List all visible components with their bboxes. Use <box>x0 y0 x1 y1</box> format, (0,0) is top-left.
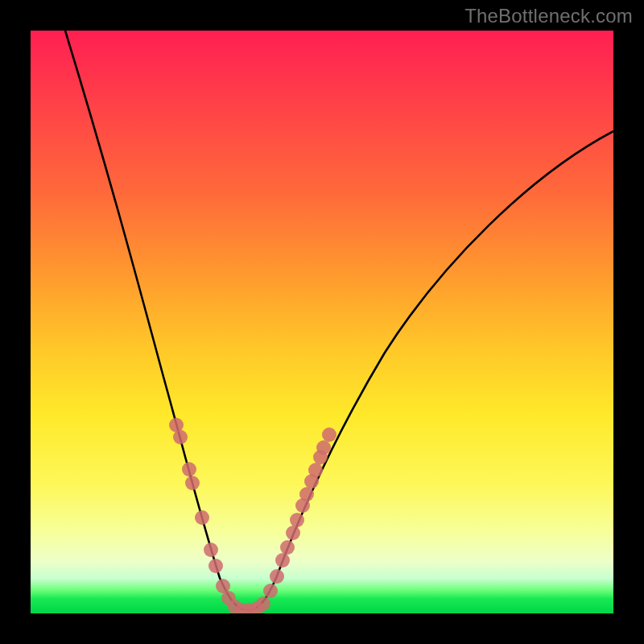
svg-point-13 <box>256 597 270 611</box>
svg-point-16 <box>275 553 290 568</box>
svg-point-17 <box>280 540 295 555</box>
plot-area <box>31 31 613 613</box>
chart-frame: TheBottleneck.com <box>0 0 644 644</box>
svg-point-14 <box>263 584 278 598</box>
svg-point-3 <box>185 476 200 490</box>
svg-point-2 <box>182 462 196 477</box>
svg-point-23 <box>308 463 323 477</box>
svg-point-25 <box>316 440 331 455</box>
svg-point-4 <box>195 510 209 525</box>
svg-point-1 <box>173 430 188 444</box>
highlighted-points <box>169 418 336 613</box>
svg-point-21 <box>299 487 314 502</box>
watermark-text: TheBottleneck.com <box>464 5 633 27</box>
svg-point-26 <box>322 427 336 442</box>
curve-path <box>65 31 613 610</box>
svg-point-5 <box>204 543 218 557</box>
bottleneck-curve <box>31 31 613 613</box>
svg-point-18 <box>286 526 300 540</box>
svg-point-6 <box>208 559 223 573</box>
svg-point-19 <box>290 513 304 527</box>
svg-point-15 <box>270 569 284 584</box>
